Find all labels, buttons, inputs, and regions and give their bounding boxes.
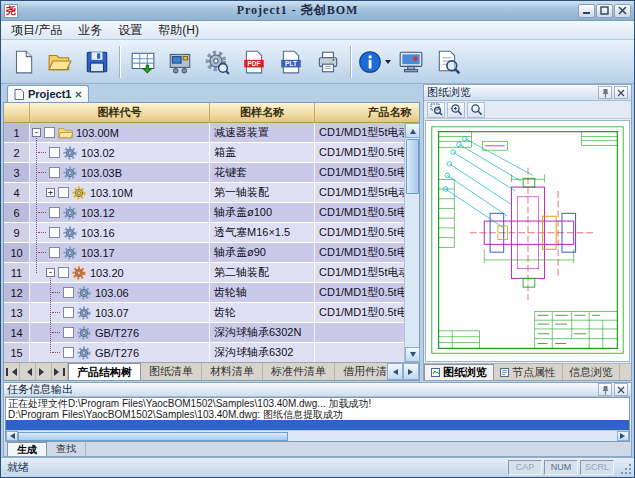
- search-drawing-button[interactable]: [430, 43, 466, 81]
- settings-gear-button[interactable]: [199, 43, 235, 81]
- info-button[interactable]: [356, 43, 392, 81]
- drawing-name: 深沟球轴承6302N: [210, 323, 315, 342]
- scroll-down-button[interactable]: [405, 347, 420, 362]
- drawing-name: 透气塞M16×1.5: [210, 223, 315, 242]
- row-checkbox[interactable]: [63, 347, 74, 358]
- row-checkbox[interactable]: [49, 147, 60, 158]
- tab-drawing-list[interactable]: 图纸清单: [141, 363, 202, 380]
- tab-info-browse[interactable]: 信息浏览: [563, 364, 620, 380]
- new-project-button[interactable]: [5, 43, 41, 81]
- row-checkbox[interactable]: [49, 247, 60, 258]
- toolbar-separator: [119, 46, 121, 78]
- close-icon: [617, 386, 625, 394]
- tree-branch-line: [38, 152, 46, 153]
- minimize-button[interactable]: [578, 4, 595, 18]
- table-row[interactable]: 2103.02箱盖CD1/MD1型0.5t电动: [4, 143, 404, 163]
- export-pdf-button[interactable]: PDF: [236, 43, 272, 81]
- expand-toggle[interactable]: +: [46, 188, 55, 197]
- close-button[interactable]: [614, 4, 631, 18]
- menu-item-help[interactable]: 帮助(H): [150, 21, 207, 40]
- table-row[interactable]: 3103.03B花键套CD1/MD1型0.5t电动: [4, 163, 404, 183]
- tab-scroll-prev-button[interactable]: [20, 363, 36, 380]
- resize-grip[interactable]: [618, 461, 632, 475]
- table-row[interactable]: 9103.16透气塞M16×1.5CD1/MD1型0.5t电动: [4, 223, 404, 243]
- selected-output-line[interactable]: [6, 420, 629, 430]
- row-checkbox[interactable]: [63, 307, 74, 318]
- scroll-up-button[interactable]: [405, 123, 420, 138]
- row-checkbox[interactable]: [49, 207, 60, 218]
- tab-standard-parts-list[interactable]: 标准件清单: [263, 363, 335, 380]
- tab-find[interactable]: 查找: [47, 442, 86, 456]
- zoom-in-button[interactable]: [447, 102, 465, 118]
- tab-borrowed-parts-list[interactable]: 借用件清单: [335, 363, 387, 380]
- table-row[interactable]: 6103.12轴承盖ø100CD1/MD1型0.5t电动: [4, 203, 404, 223]
- tab-node-properties[interactable]: 节点属性: [494, 364, 563, 380]
- pin-button[interactable]: [598, 86, 612, 99]
- tab-drawing-preview[interactable]: 图纸浏览: [424, 364, 494, 380]
- menu-item-project-product[interactable]: 项目/产品: [3, 21, 70, 40]
- menu-item-settings[interactable]: 设置: [110, 21, 150, 40]
- scrollbar-thumb[interactable]: [406, 139, 419, 194]
- scroll-left-button[interactable]: [6, 431, 18, 441]
- output-text-area[interactable]: 正在处理文件D:\Program Files\YaocBOM1502\Sampl…: [5, 397, 630, 442]
- scroll-right-button[interactable]: [403, 363, 419, 380]
- arrow-down-icon: [410, 352, 416, 360]
- tab-scroll-last-button[interactable]: [52, 363, 68, 380]
- output-pin-button[interactable]: [598, 383, 612, 396]
- product-structure-table: 图样代号 图样名称 产品名称 1-103.00M减速器装置CD1/MD1型5t电…: [3, 102, 420, 381]
- row-checkbox[interactable]: [44, 127, 55, 138]
- table-row[interactable]: 1-103.00M减速器装置CD1/MD1型5t电动葫: [4, 123, 404, 143]
- scroll-right-button[interactable]: [617, 431, 629, 441]
- table-row[interactable]: 14GB/T276深沟球轴承6302N: [4, 323, 404, 343]
- tab-project1[interactable]: Project1: [7, 85, 89, 102]
- tab-scroll-next-button[interactable]: [36, 363, 52, 380]
- column-header-product[interactable]: 产品名称: [315, 103, 419, 123]
- row-checkbox[interactable]: [63, 327, 74, 338]
- row-checkbox[interactable]: [49, 167, 60, 178]
- expand-toggle[interactable]: -: [46, 268, 55, 277]
- output-close-button[interactable]: [614, 383, 628, 396]
- vertical-scrollbar[interactable]: [404, 123, 419, 362]
- table-row[interactable]: 4+103.10M第一轴装配CD1/MD1型5t电动葫: [4, 183, 404, 203]
- table-row[interactable]: 15GB/T276深沟球轴承6302: [4, 343, 404, 362]
- zoom-window-button[interactable]: [427, 102, 445, 118]
- tab-product-structure-tree[interactable]: 产品结构树: [68, 363, 141, 380]
- drawing-preview-panel: 图纸浏览: [423, 84, 632, 381]
- tab-generate[interactable]: 生成: [7, 442, 47, 456]
- maximize-button[interactable]: [596, 4, 613, 18]
- export-plt-button[interactable]: PLT: [273, 43, 309, 81]
- drawing-preview-canvas[interactable]: [425, 120, 630, 362]
- zoom-extents-button[interactable]: [467, 102, 485, 118]
- table-row[interactable]: 11-103.20第二轴装配CD1/MD1型5t电动葫: [4, 263, 404, 283]
- scroll-left-button[interactable]: [387, 363, 403, 380]
- product-name: CD1/MD1型0.5t电动: [315, 163, 404, 182]
- horizontal-scrollbar[interactable]: [387, 363, 419, 380]
- column-header-name[interactable]: 图样名称: [210, 103, 315, 123]
- drawing-monitor-button[interactable]: [393, 43, 429, 81]
- tab-material-list[interactable]: 材料清单: [202, 363, 263, 380]
- panel-close-button[interactable]: [614, 86, 628, 99]
- print-button[interactable]: [310, 43, 346, 81]
- drawing-code: 103.07: [95, 307, 129, 319]
- output-tabs: 生成 查找: [4, 442, 631, 456]
- column-header-rownum[interactable]: [4, 103, 30, 123]
- menu-item-business[interactable]: 业务: [70, 21, 110, 40]
- output-horizontal-scrollbar[interactable]: [6, 430, 629, 441]
- table-row[interactable]: 10103.17轴承盖ø90CD1/MD1型0.5t电动: [4, 243, 404, 263]
- column-header-code[interactable]: 图样代号: [30, 103, 210, 123]
- scrollbar-thumb[interactable]: [18, 432, 288, 441]
- save-button[interactable]: [79, 43, 115, 81]
- tab-scroll-first-button[interactable]: [4, 363, 20, 380]
- row-checkbox[interactable]: [58, 187, 69, 198]
- expand-toggle[interactable]: -: [32, 128, 41, 137]
- arrow-right-icon: [408, 369, 416, 375]
- row-checkbox[interactable]: [49, 227, 60, 238]
- table-row[interactable]: 13103.07齿轮CD1/MD1型0.5t电动: [4, 303, 404, 323]
- title-block-extract-button[interactable]: [162, 43, 198, 81]
- row-checkbox[interactable]: [63, 287, 74, 298]
- open-project-button[interactable]: [42, 43, 78, 81]
- bom-table-export-button[interactable]: [125, 43, 161, 81]
- tab-close-icon[interactable]: [75, 91, 82, 98]
- table-row[interactable]: 12103.06齿轮轴CD1/MD1型0.5t电动: [4, 283, 404, 303]
- row-checkbox[interactable]: [58, 267, 69, 278]
